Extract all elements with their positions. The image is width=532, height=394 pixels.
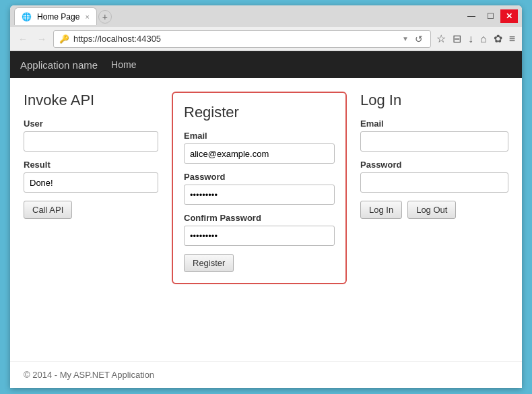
result-value: Done!: [30, 178, 53, 188]
active-tab[interactable]: 🌐 Home Page ×: [14, 7, 97, 25]
footer-text: © 2014 - My ASP.NET Application: [24, 370, 154, 380]
register-title: Register: [184, 104, 335, 121]
url-display: https://localhost:44305: [73, 34, 398, 44]
title-bar: 🌐 Home Page × + — ☐ ✕: [10, 5, 522, 27]
login-title: Log In: [360, 92, 508, 109]
user-label: User: [24, 119, 158, 129]
login-email-group: Email: [360, 119, 508, 152]
register-confirm-password-input[interactable]: [184, 226, 335, 246]
call-api-button[interactable]: Call API: [24, 201, 72, 219]
bookmark-icon[interactable]: ☆: [435, 31, 447, 46]
user-field-group: User: [24, 119, 158, 152]
result-label: Result: [24, 160, 158, 170]
tab-favicon: 🌐: [22, 12, 32, 22]
address-field[interactable]: 🔑 https://localhost:44305 ▼ ↺: [53, 30, 431, 48]
logout-button[interactable]: Log Out: [407, 201, 456, 219]
login-section: Log In Email Password Log In Log Out: [360, 92, 508, 219]
address-bar: ← → 🔑 https://localhost:44305 ▼ ↺ ☆ ⊟ ↓ …: [10, 27, 522, 51]
login-email-input[interactable]: [360, 131, 508, 152]
login-password-input[interactable]: [360, 172, 508, 193]
tab-title: Home Page: [37, 12, 79, 22]
login-password-label: Password: [360, 160, 508, 170]
invoke-api-title: Invoke API: [24, 92, 158, 109]
register-email-input[interactable]: [184, 143, 335, 164]
browser-window: 🌐 Home Page × + — ☐ ✕ ← → 🔑 https://loca…: [10, 5, 522, 388]
user-input[interactable]: [24, 131, 158, 152]
lock-icon: 🔑: [59, 34, 69, 44]
tab-area: 🌐 Home Page × +: [14, 7, 112, 25]
refresh-button[interactable]: ↺: [413, 33, 425, 45]
register-password-label: Password: [184, 172, 335, 182]
register-section: Register Email Password Confirm Password…: [172, 92, 347, 284]
close-button[interactable]: ✕: [500, 9, 518, 23]
nav-home-link[interactable]: Home: [111, 59, 136, 70]
result-display: Done!: [24, 172, 158, 193]
extensions-icon[interactable]: ✿: [492, 31, 504, 46]
window-controls: — ☐ ✕: [463, 9, 518, 23]
register-confirm-password-label: Confirm Password: [184, 213, 335, 223]
download-icon[interactable]: ↓: [467, 32, 475, 46]
new-tab-btn[interactable]: +: [98, 10, 112, 24]
login-email-label: Email: [360, 119, 508, 129]
minimize-button[interactable]: —: [463, 9, 480, 23]
register-password-input[interactable]: [184, 185, 335, 205]
register-button[interactable]: Register: [184, 254, 234, 272]
clipboard-icon[interactable]: ⊟: [451, 31, 463, 46]
login-button[interactable]: Log In: [360, 201, 402, 219]
toolbar-right: ☆ ⊟ ↓ ⌂ ✿ ≡: [435, 31, 517, 46]
menu-icon[interactable]: ≡: [508, 32, 517, 46]
result-field-group: Result Done!: [24, 160, 158, 193]
url-dropdown-icon[interactable]: ▼: [402, 35, 409, 42]
page-content: Invoke API User Result Done! Call API Re…: [10, 78, 522, 361]
register-confirm-password-group: Confirm Password: [184, 213, 335, 246]
login-buttons: Log In Log Out: [360, 201, 508, 219]
login-password-group: Password: [360, 160, 508, 193]
tab-close-btn[interactable]: ×: [85, 13, 89, 21]
app-brand: Application name: [20, 59, 98, 71]
content-grid: Invoke API User Result Done! Call API Re…: [24, 92, 508, 284]
home-icon[interactable]: ⌂: [479, 32, 488, 46]
back-button[interactable]: ←: [15, 32, 30, 46]
register-password-group: Password: [184, 172, 335, 205]
app-navbar: Application name Home: [10, 51, 522, 78]
forward-button[interactable]: →: [34, 32, 49, 46]
register-email-group: Email: [184, 131, 335, 164]
page-footer: © 2014 - My ASP.NET Application: [10, 361, 522, 388]
maximize-button[interactable]: ☐: [481, 9, 499, 23]
invoke-api-section: Invoke API User Result Done! Call API: [24, 92, 158, 219]
register-email-label: Email: [184, 131, 335, 141]
